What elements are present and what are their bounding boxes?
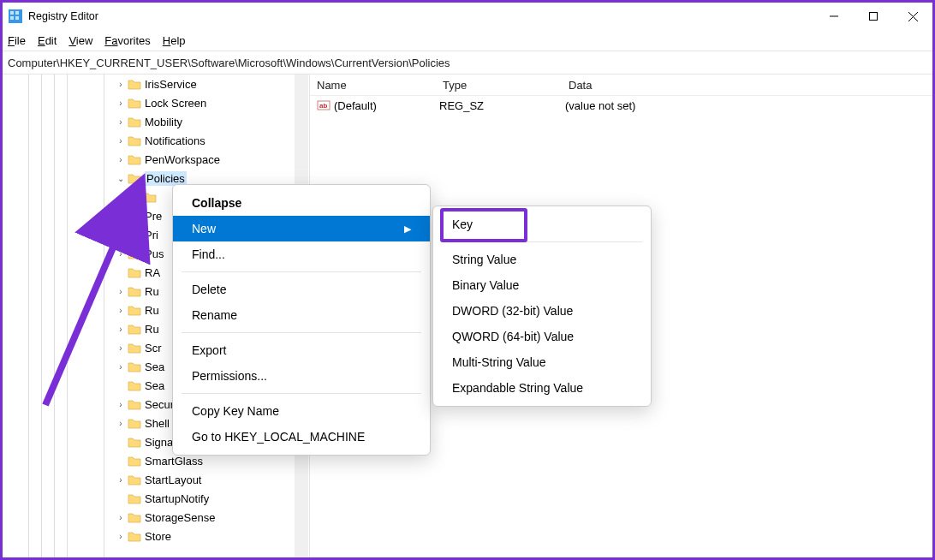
expand-icon[interactable]: › — [114, 325, 128, 334]
menu-item[interactable]: Delete — [173, 277, 430, 302]
submenu-item[interactable]: Expandable String Value — [433, 375, 651, 401]
svg-rect-3 — [10, 16, 14, 20]
folder-icon — [128, 455, 141, 467]
expand-icon[interactable]: › — [114, 532, 128, 541]
menu-item-label: Permissions... — [192, 369, 267, 383]
menu-item[interactable]: Rename — [173, 302, 430, 328]
col-type[interactable]: Type — [443, 79, 569, 92]
tree-item[interactable]: ›Store — [3, 527, 294, 545]
folder-icon — [128, 78, 141, 90]
tree-item[interactable]: ›Lock Screen — [3, 93, 294, 112]
tree-item-label: RA — [145, 266, 160, 279]
menu-item[interactable]: Export — [173, 337, 430, 363]
expand-icon[interactable]: › — [114, 287, 128, 296]
submenu-item-label: DWORD (32-bit) Value — [452, 304, 573, 318]
expand-icon[interactable]: › — [114, 98, 128, 108]
submenu-item[interactable]: Binary Value — [433, 272, 651, 298]
menu-help[interactable]: Help — [163, 34, 186, 47]
tree-item-label: Pri — [145, 229, 158, 241]
submenu-item-label: Binary Value — [452, 278, 519, 292]
folder-icon — [128, 97, 141, 109]
maximize-button[interactable] — [854, 3, 893, 30]
tree-item-label: Ru — [145, 323, 159, 336]
menu-edit[interactable]: Edit — [38, 34, 57, 47]
context-submenu-new[interactable]: KeyString ValueBinary ValueDWORD (32-bit… — [432, 206, 652, 407]
columns-header[interactable]: Name Type Data — [310, 74, 932, 96]
tree-item-label: Pus — [145, 247, 164, 260]
tree-item-label: Notifications — [145, 134, 205, 147]
menu-item[interactable]: Copy Key Name — [173, 398, 430, 424]
submenu-item-label: Expandable String Value — [452, 381, 583, 395]
expand-icon[interactable]: › — [114, 117, 128, 127]
expand-icon[interactable]: › — [114, 80, 128, 89]
folder-icon — [128, 304, 141, 316]
tree-item[interactable]: ›PenWorkspace — [3, 150, 294, 169]
tree-item-label: Lock Screen — [145, 97, 206, 110]
submenu-item[interactable]: DWORD (32-bit) Value — [433, 298, 651, 324]
folder-icon — [128, 323, 141, 335]
value-row[interactable]: ab (Default) REG_SZ (value not set) — [310, 96, 932, 115]
tree-item-label: StartLayout — [145, 474, 202, 486]
tree-item-label: Ru — [145, 285, 159, 298]
menu-favorites[interactable]: Favorites — [104, 34, 150, 47]
registry-editor-window: Registry Editor File Edit View Favorites… — [0, 0, 935, 560]
address-text: Computer\HKEY_CURRENT_USER\Software\Micr… — [8, 57, 450, 69]
minimize-button[interactable] — [814, 3, 854, 30]
expand-icon[interactable]: › — [114, 400, 128, 409]
svg-rect-1 — [10, 11, 14, 15]
tree-item[interactable]: ›StorageSense — [3, 508, 294, 527]
value-data: (value not set) — [565, 99, 932, 112]
address-bar[interactable]: Computer\HKEY_CURRENT_USER\Software\Micr… — [3, 51, 932, 74]
expand-icon[interactable]: › — [114, 211, 128, 221]
tree-item[interactable]: StartupNotify — [3, 489, 294, 508]
submenu-item[interactable]: Key — [433, 211, 651, 237]
context-menu[interactable]: CollapseNew▶Find...DeleteRenameExportPer… — [172, 184, 431, 456]
submenu-item[interactable]: QWORD (64-bit) Value — [433, 324, 651, 349]
menu-item-label: Rename — [192, 308, 237, 322]
menu-item[interactable]: New▶ — [173, 216, 430, 241]
submenu-item[interactable]: String Value — [433, 247, 651, 272]
expand-icon[interactable]: › — [114, 306, 128, 315]
expand-icon[interactable]: › — [114, 230, 128, 240]
tree-item-label: Sea — [145, 360, 164, 373]
expand-icon[interactable]: ⌄ — [114, 174, 128, 183]
tree-item-label: Ru — [145, 304, 159, 317]
expand-icon[interactable]: › — [114, 513, 128, 522]
menu-item-label: Find... — [192, 247, 225, 261]
tree-item[interactable]: ›StartLayout — [3, 470, 294, 489]
folder-icon — [128, 266, 141, 278]
folder-icon — [128, 342, 141, 354]
expand-icon[interactable]: › — [114, 136, 128, 146]
folder-icon — [128, 417, 141, 429]
tree-item-label: StartupNotify — [145, 492, 209, 505]
menu-item[interactable]: Go to HKEY_LOCAL_MACHINE — [173, 424, 430, 450]
expand-icon[interactable]: › — [114, 155, 128, 164]
window-title: Registry Editor — [28, 10, 98, 22]
folder-icon — [143, 191, 157, 203]
submenu-arrow-icon: ▶ — [404, 223, 411, 235]
tree-item[interactable]: ›IrisService — [3, 74, 294, 93]
menu-item-label: Delete — [192, 283, 226, 296]
folder-icon — [128, 360, 141, 372]
folder-icon — [128, 492, 141, 504]
menu-item[interactable]: Collapse — [173, 190, 430, 216]
col-name[interactable]: Name — [310, 79, 443, 92]
tree-item[interactable]: ›Notifications — [3, 131, 294, 150]
menu-item[interactable]: Find... — [173, 241, 430, 267]
string-value-icon: ab — [317, 98, 331, 112]
close-button[interactable] — [893, 3, 932, 30]
menu-item[interactable]: Permissions... — [173, 363, 430, 389]
expand-icon[interactable]: › — [114, 362, 128, 372]
expand-icon[interactable]: › — [114, 419, 128, 428]
value-name: (Default) — [334, 99, 377, 112]
submenu-item[interactable]: Multi-String Value — [433, 349, 651, 375]
submenu-item-label: QWORD (64-bit) Value — [452, 330, 574, 343]
menu-file[interactable]: File — [8, 34, 26, 47]
folder-icon — [128, 398, 141, 410]
expand-icon[interactable]: › — [114, 475, 128, 485]
tree-item[interactable]: ›Mobility — [3, 112, 294, 131]
col-data[interactable]: Data — [569, 79, 932, 92]
menu-view[interactable]: View — [68, 34, 92, 47]
expand-icon[interactable]: › — [114, 249, 128, 259]
expand-icon[interactable]: › — [114, 343, 128, 353]
